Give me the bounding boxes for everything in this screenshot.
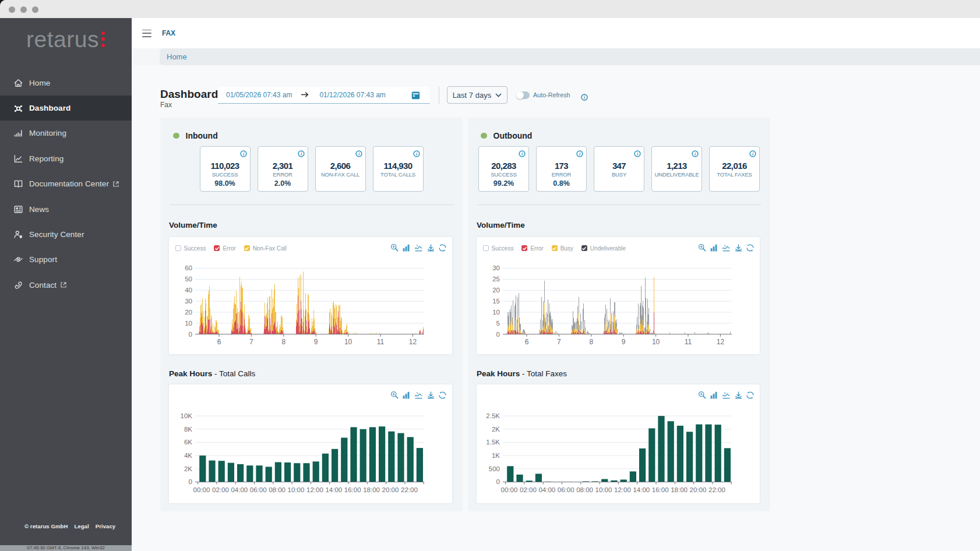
svg-text:12:00: 12:00 [306, 486, 323, 493]
svg-text:11: 11 [685, 338, 692, 346]
svg-text:i: i [242, 151, 244, 157]
svg-text:i: i [579, 151, 581, 157]
svg-text:04:00: 04:00 [538, 486, 555, 493]
svg-text:06:00: 06:00 [250, 486, 267, 493]
svg-text:12: 12 [717, 338, 725, 346]
svg-text:i: i [695, 151, 696, 157]
svg-text:16:00: 16:00 [652, 486, 669, 493]
svg-text:2K: 2K [492, 425, 500, 432]
svg-text:1.5K: 1.5K [486, 439, 500, 446]
svg-text:50: 50 [185, 276, 192, 282]
svg-text:10: 10 [652, 338, 660, 346]
svg-text:20:00: 20:00 [690, 486, 707, 493]
svg-text:22:00: 22:00 [401, 486, 418, 493]
svg-text:12: 12 [409, 338, 417, 346]
svg-text:15: 15 [492, 298, 500, 305]
svg-text:6: 6 [525, 338, 529, 346]
svg-text:0: 0 [189, 330, 192, 337]
svg-text:8: 8 [281, 338, 285, 346]
svg-text:30: 30 [492, 264, 500, 271]
svg-text:10: 10 [344, 338, 352, 346]
svg-text:10:00: 10:00 [288, 486, 305, 493]
svg-text:02:00: 02:00 [520, 486, 537, 493]
svg-text:5: 5 [496, 319, 500, 326]
svg-text:i: i [752, 151, 754, 157]
svg-text:08:00: 08:00 [576, 486, 593, 493]
svg-text:18:00: 18:00 [363, 486, 380, 493]
svg-text:6K: 6K [184, 439, 192, 446]
svg-text:16:00: 16:00 [344, 486, 361, 493]
svg-text:10:00: 10:00 [595, 486, 612, 493]
svg-text:i: i [358, 151, 359, 157]
svg-text:i: i [300, 151, 302, 157]
svg-text:25: 25 [492, 276, 500, 282]
svg-text:20: 20 [185, 308, 192, 315]
svg-text:7: 7 [557, 338, 561, 346]
svg-text:11: 11 [377, 338, 385, 346]
svg-text:6: 6 [217, 338, 221, 346]
svg-text:06:00: 06:00 [558, 486, 574, 493]
svg-text:8K: 8K [184, 425, 192, 432]
svg-text:10: 10 [492, 308, 500, 315]
svg-text:9: 9 [314, 338, 318, 346]
svg-text:0: 0 [496, 478, 500, 485]
svg-text:10K: 10K [181, 412, 193, 419]
svg-text:20: 20 [492, 287, 500, 294]
svg-text:00:00: 00:00 [193, 486, 210, 493]
svg-text:0: 0 [496, 330, 500, 337]
svg-text:40: 40 [185, 287, 192, 294]
svg-text:4K: 4K [184, 451, 192, 458]
svg-text:22:00: 22:00 [708, 486, 725, 493]
svg-text:i: i [415, 151, 417, 157]
svg-text:1K: 1K [492, 451, 500, 458]
svg-text:500: 500 [489, 465, 500, 472]
svg-text:30: 30 [185, 298, 192, 305]
svg-text:8: 8 [589, 338, 593, 346]
svg-text:7: 7 [249, 338, 253, 346]
svg-text:10: 10 [185, 319, 192, 326]
svg-text:04:00: 04:00 [231, 486, 248, 493]
svg-text:60: 60 [185, 264, 192, 271]
svg-text:12:00: 12:00 [614, 486, 631, 493]
svg-text:2.5K: 2.5K [486, 412, 500, 419]
svg-text:0: 0 [189, 478, 192, 485]
svg-text:i: i [637, 151, 639, 157]
svg-text:00:00: 00:00 [501, 486, 518, 493]
svg-text:i: i [521, 151, 523, 157]
svg-text:20:00: 20:00 [382, 486, 399, 493]
svg-text:14:00: 14:00 [633, 486, 650, 493]
svg-text:14:00: 14:00 [325, 486, 342, 493]
svg-text:9: 9 [622, 338, 626, 346]
svg-text:08:00: 08:00 [269, 486, 285, 493]
svg-text:18:00: 18:00 [671, 486, 688, 493]
svg-text:02:00: 02:00 [212, 486, 229, 493]
svg-text:2K: 2K [184, 465, 192, 472]
